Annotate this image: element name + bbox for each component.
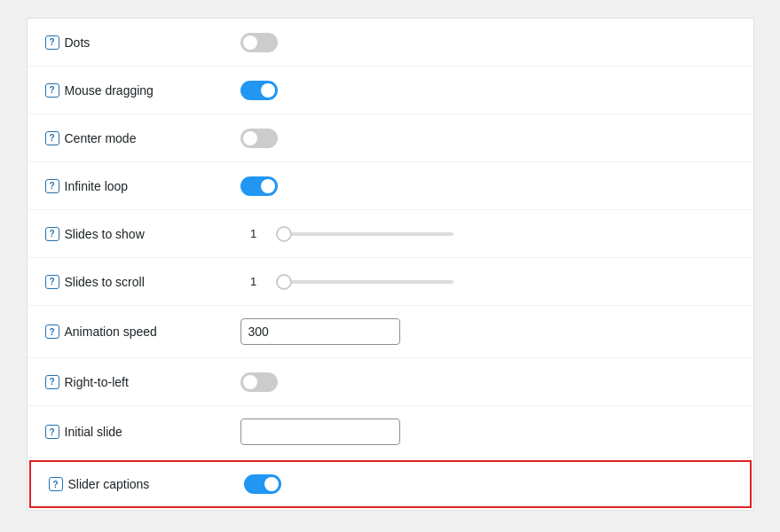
toggle-slider-center-mode: [240, 129, 278, 148]
setting-label-initial-slide: ?Initial slide: [45, 425, 240, 439]
text-input-animation-speed[interactable]: [240, 318, 400, 345]
setting-control-right-to-left: [240, 372, 736, 392]
label-text-animation-speed: Animation speed: [65, 325, 157, 339]
setting-row-slides-to-show: ?Slides to show1: [28, 210, 753, 258]
help-icon[interactable]: ?: [45, 83, 59, 98]
setting-row-infinite-loop: ?Infinite loop: [28, 162, 753, 210]
setting-control-slider-captions: [244, 474, 732, 494]
help-icon[interactable]: ?: [45, 275, 59, 289]
range-input-slides-to-show[interactable]: [276, 232, 453, 236]
toggle-slider-captions[interactable]: [244, 474, 281, 494]
setting-control-dots: [240, 33, 736, 52]
label-text-mouse-dragging: Mouse dragging: [65, 83, 154, 98]
setting-control-initial-slide: [240, 419, 736, 445]
setting-label-slider-captions: ?Slider captions: [49, 477, 244, 491]
setting-label-slides-to-scroll: ?Slides to scroll: [45, 275, 240, 289]
toggle-slider-right-to-left: [240, 372, 278, 392]
toggle-right-to-left[interactable]: [240, 372, 278, 392]
help-icon[interactable]: ?: [45, 375, 59, 389]
setting-row-animation-speed: ?Animation speed: [28, 306, 753, 358]
help-icon[interactable]: ?: [45, 131, 59, 145]
setting-row-initial-slide: ?Initial slide: [28, 406, 753, 458]
setting-label-animation-speed: ?Animation speed: [45, 325, 240, 339]
setting-row-dots: ?Dots: [28, 19, 753, 66]
range-input-slides-to-scroll[interactable]: [276, 280, 453, 284]
help-icon[interactable]: ?: [45, 425, 59, 439]
setting-control-slides-to-scroll: 1: [240, 275, 736, 288]
setting-label-right-to-left: ?Right-to-left: [45, 375, 240, 389]
label-text-slides-to-show: Slides to show: [65, 227, 145, 241]
setting-row-slides-to-scroll: ?Slides to scroll1: [28, 258, 753, 306]
setting-label-infinite-loop: ?Infinite loop: [45, 179, 240, 193]
toggle-slider-dots: [240, 33, 278, 52]
help-icon[interactable]: ?: [49, 477, 63, 491]
text-input-initial-slide[interactable]: [240, 419, 400, 445]
label-text-infinite-loop: Infinite loop: [65, 179, 129, 193]
help-icon[interactable]: ?: [45, 227, 59, 241]
help-icon[interactable]: ?: [45, 179, 59, 193]
setting-row-mouse-dragging: ?Mouse dragging: [28, 66, 753, 114]
setting-row-slider-captions: ?Slider captions: [29, 460, 752, 508]
label-text-slides-to-scroll: Slides to scroll: [65, 275, 145, 289]
range-container-slides-to-scroll: 1: [240, 275, 453, 288]
setting-label-center-mode: ?Center mode: [45, 131, 240, 145]
toggle-center-mode[interactable]: [240, 129, 278, 148]
setting-control-animation-speed: [240, 318, 736, 345]
toggle-slider-mouse-dragging: [240, 81, 278, 100]
setting-label-slides-to-show: ?Slides to show: [45, 227, 240, 241]
help-icon[interactable]: ?: [45, 35, 59, 50]
toggle-slider-slider-captions: [244, 474, 281, 494]
setting-row-right-to-left: ?Right-to-left: [28, 358, 753, 406]
setting-control-infinite-loop: [240, 176, 736, 196]
settings-panel: ?Dots?Mouse dragging?Center mode?Infinit…: [27, 18, 754, 511]
help-icon[interactable]: ?: [45, 325, 59, 339]
label-text-right-to-left: Right-to-left: [65, 375, 129, 389]
setting-row-center-mode: ?Center mode: [28, 114, 753, 162]
label-text-dots: Dots: [65, 35, 91, 50]
toggle-mouse-dragging[interactable]: [240, 81, 278, 100]
range-value-slides-to-scroll: 1: [240, 275, 267, 288]
label-text-initial-slide: Initial slide: [65, 425, 122, 439]
setting-control-center-mode: [240, 129, 736, 148]
toggle-slider-infinite-loop: [240, 176, 278, 196]
label-text-center-mode: Center mode: [65, 131, 137, 145]
setting-control-mouse-dragging: [240, 81, 736, 100]
setting-control-slides-to-show: 1: [240, 227, 736, 240]
toggle-infinite-loop[interactable]: [240, 176, 278, 196]
range-value-slides-to-show: 1: [240, 227, 267, 240]
setting-label-mouse-dragging: ?Mouse dragging: [45, 83, 240, 98]
range-container-slides-to-show: 1: [240, 227, 453, 240]
toggle-dots[interactable]: [240, 33, 278, 52]
setting-label-dots: ?Dots: [45, 35, 240, 50]
label-text-slider-captions: Slider captions: [68, 477, 150, 491]
